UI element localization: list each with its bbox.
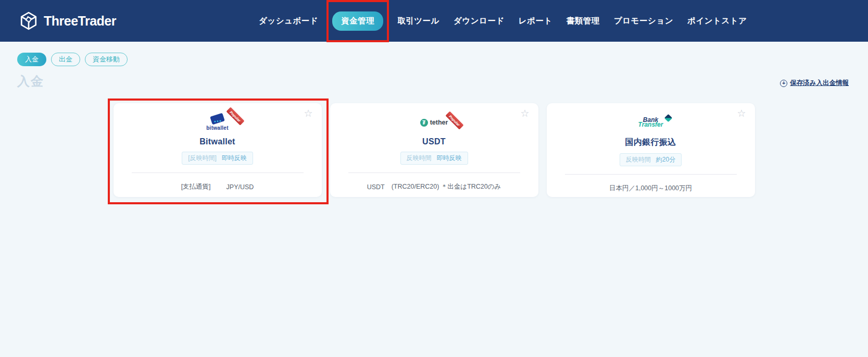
card-title: Bitwallet — [199, 137, 235, 146]
main-nav: ダッシュボード 資金管理 取引ツール ダウンロード レポート 書類管理 プロモー… — [259, 0, 747, 42]
deposit-method-card-usdt[interactable]: ☆ ₮ tether Popular USDT 反映時間 即時反映 USDT (… — [330, 103, 538, 197]
badge-label: [反映時間] — [188, 154, 217, 163]
card-title: 国内銀行振込 — [625, 137, 676, 148]
tether-coin-icon: ₮ — [420, 119, 428, 127]
tab-deposit[interactable]: 入金 — [17, 53, 46, 66]
popular-ribbon-icon: Popular — [446, 111, 464, 129]
card-title: USDT — [422, 137, 446, 146]
tether-logo-text: tether — [430, 119, 448, 126]
nav-item-documents[interactable]: 書類管理 — [567, 16, 600, 27]
detail-value: 日本円／1,000円～1000万円 — [609, 184, 692, 193]
app-header: ThreeTrader ダッシュボード 資金管理 取引ツール ダウンロード レポ… — [0, 0, 868, 42]
reflection-time-badge: 反映時間 約20分 — [620, 153, 682, 166]
nav-item-trading-tools[interactable]: 取引ツール — [397, 16, 439, 27]
nav-item-reports[interactable]: レポート — [519, 16, 552, 27]
nav-item-download[interactable]: ダウンロード — [454, 16, 505, 27]
brand-logo[interactable]: ThreeTrader — [19, 11, 116, 31]
favorite-star-icon[interactable]: ☆ — [520, 108, 529, 118]
threetrader-cube-icon — [19, 11, 39, 31]
transfer-logo-text: Transfer — [638, 122, 663, 128]
nav-item-dashboard[interactable]: ダッシュボード — [259, 16, 318, 27]
detail-label: USDT — [367, 183, 385, 191]
card-detail: USDT (TRC20/ERC20) ＊出金はTRC20のみ — [367, 182, 501, 191]
bitwallet-logo: bitwallet Popular — [206, 112, 229, 133]
bank-transfer-logo: Bank Transfer — [638, 112, 663, 133]
reflection-time-badge: [反映時間] 即時反映 — [182, 152, 253, 165]
badge-value: 即時反映 — [437, 154, 462, 163]
deposit-methods-row: ☆ bitwallet Popular Bitwallet [反映時間] 即時反… — [114, 103, 755, 197]
tab-funds-transfer[interactable]: 資金移動 — [85, 53, 128, 66]
bitwallet-wallet-icon — [210, 113, 225, 125]
tether-logo: ₮ tether Popular — [420, 112, 448, 133]
badge-value: 即時反映 — [222, 154, 247, 163]
card-divider — [565, 174, 737, 175]
popular-ribbon-icon: Popular — [226, 107, 244, 125]
badge-label: 反映時間 — [626, 155, 651, 164]
tab-withdrawal[interactable]: 出金 — [51, 53, 80, 66]
card-divider — [348, 173, 520, 173]
detail-label: [支払通貨] — [181, 182, 211, 191]
badge-label: 反映時間 — [407, 154, 432, 163]
card-divider — [132, 173, 304, 173]
bitwallet-logo-text: bitwallet — [206, 125, 229, 131]
badge-value: 約20分 — [656, 155, 675, 164]
saved-payment-info-label: 保存済み入出金情報 — [790, 79, 849, 88]
deposit-method-card-bank-transfer[interactable]: ☆ Bank Transfer 国内銀行振込 反映時間 約20分 日本円／1,0… — [547, 103, 755, 197]
funds-tabs: 入金 出金 資金移動 — [17, 53, 128, 66]
favorite-star-icon[interactable]: ☆ — [737, 108, 746, 118]
page-title: 入金 — [17, 73, 44, 90]
detail-value: JPY/USD — [227, 183, 254, 191]
nav-item-promotions[interactable]: プロモーション — [614, 16, 673, 27]
nav-item-point-store[interactable]: ポイントストア — [687, 16, 747, 27]
detail-value: (TRC20/ERC20) ＊出金はTRC20のみ — [392, 182, 501, 191]
card-detail: 日本円／1,000円～1000万円 — [609, 184, 692, 193]
deposit-method-card-bitwallet[interactable]: ☆ bitwallet Popular Bitwallet [反映時間] 即時反… — [114, 103, 322, 197]
card-detail: [支払通貨] JPY/USD — [181, 182, 254, 191]
brand-name: ThreeTrader — [44, 14, 116, 29]
plus-circle-icon: + — [780, 80, 787, 87]
saved-payment-info-link[interactable]: + 保存済み入出金情報 — [780, 79, 849, 88]
nav-item-funds-management[interactable]: 資金管理 — [332, 11, 383, 31]
favorite-star-icon[interactable]: ☆ — [304, 108, 312, 118]
bank-diamond-icon — [664, 114, 673, 122]
reflection-time-badge: 反映時間 即時反映 — [400, 152, 468, 165]
